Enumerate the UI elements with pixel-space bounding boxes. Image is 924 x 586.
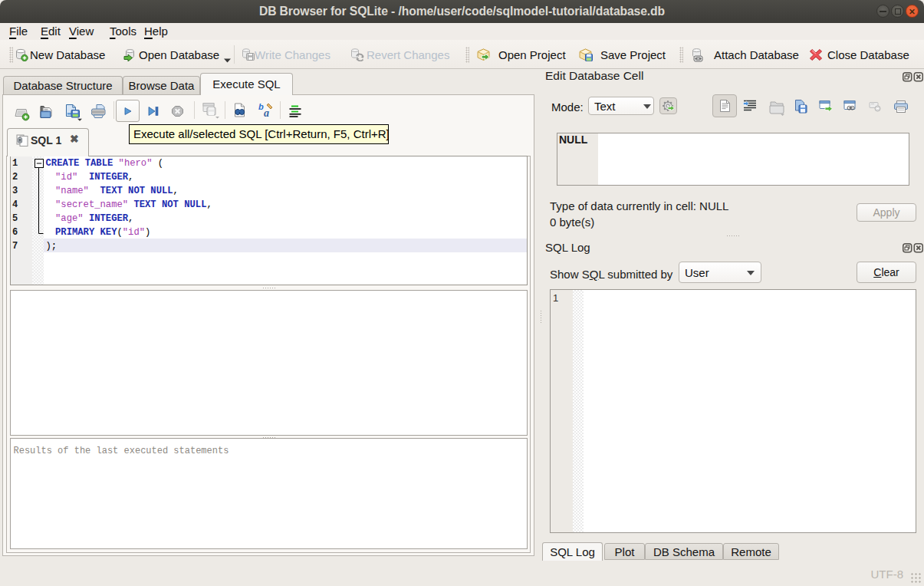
svg-text:b: b [258, 102, 264, 111]
svg-text:a: a [264, 107, 269, 119]
